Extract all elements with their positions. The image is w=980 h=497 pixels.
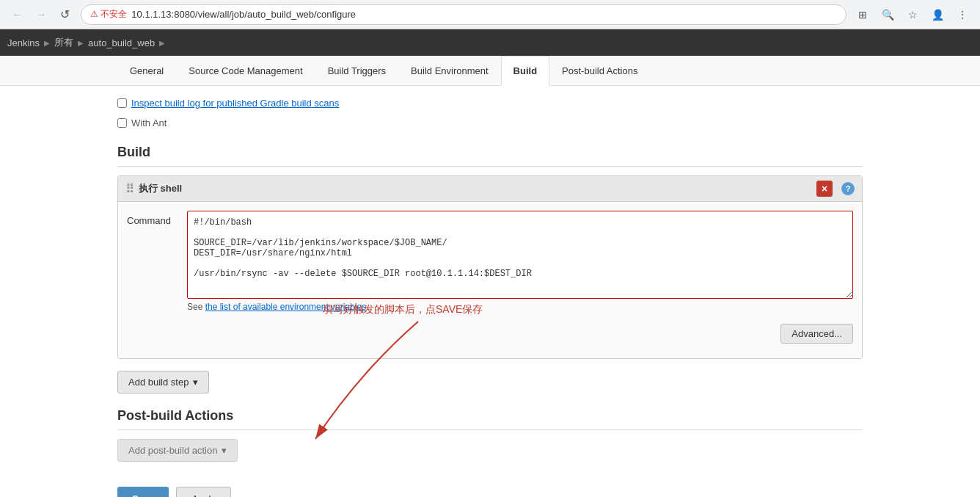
advanced-button[interactable]: Advanced... — [780, 324, 853, 344]
bookmark-button[interactable]: ☆ — [902, 4, 923, 25]
browser-chrome: ← → ↺ ⚠ 不安全 10.1.1.13:8080/view/all/job/… — [0, 0, 980, 29]
add-build-step-container: Add build step ▾ — [117, 371, 863, 393]
add-postbuild-arrow: ▾ — [222, 445, 227, 456]
browser-icons: ⊞ 🔍 ☆ 👤 ⋮ — [852, 4, 973, 25]
shell-block: ⠿ 执行 shell × ? Command #!/bin/bash SOURC… — [117, 175, 863, 359]
shell-title-text: 执行 shell — [139, 182, 182, 195]
breadcrumb-job[interactable]: auto_build_web — [88, 37, 155, 48]
reload-button[interactable]: ↺ — [54, 4, 75, 25]
shell-body: Command #!/bin/bash SOURCE_DIR=/var/lib/… — [118, 202, 862, 358]
inspect-build-row: Inspect build log for published Gradle b… — [117, 93, 863, 113]
tab-post-build[interactable]: Post-build Actions — [549, 56, 650, 86]
extensions-button[interactable]: ⊞ — [852, 4, 873, 25]
inspect-build-label: Inspect build log for published Gradle b… — [117, 98, 339, 109]
shell-header: ⠿ 执行 shell × ? — [118, 176, 862, 202]
url-text: 10.1.1.13:8080/view/all/job/auto_build_w… — [131, 9, 356, 20]
env-vars-link-row: See the list of available environment va… — [127, 299, 853, 318]
with-ant-checkbox[interactable] — [117, 118, 127, 128]
with-ant-text: With Ant — [131, 117, 167, 128]
inspect-build-text: Inspect build log for published Gradle b… — [131, 98, 339, 109]
profile-button[interactable]: 👤 — [927, 4, 948, 25]
nav-buttons: ← → ↺ — [7, 4, 75, 25]
breadcrumb-jenkins[interactable]: Jenkins — [7, 37, 40, 48]
shell-help-icon[interactable]: ? — [841, 182, 855, 195]
apply-button[interactable]: Apply — [176, 487, 231, 497]
add-postbuild-button[interactable]: Add post-build action ▾ — [117, 439, 238, 462]
with-ant-label: With Ant — [117, 117, 167, 128]
breadcrumb-sep-3: ▶ — [159, 39, 165, 47]
form-actions: Save Apply — [117, 476, 863, 497]
command-label: Command — [127, 211, 178, 226]
add-build-step-arrow: ▾ — [193, 377, 198, 388]
with-ant-row: With Ant — [117, 113, 863, 133]
add-postbuild-label: Add post-build action — [128, 445, 217, 456]
security-warning: ⚠ 不安全 — [90, 8, 127, 21]
annotation-container: Post-build Actions Add post-build action… — [117, 408, 863, 497]
tab-source-code[interactable]: Source Code Management — [176, 56, 315, 86]
postbuild-section-title: Post-build Actions — [117, 408, 863, 430]
save-button[interactable]: Save — [117, 487, 169, 497]
content-area: Inspect build log for published Gradle b… — [0, 86, 980, 497]
breadcrumb-sep-2: ▶ — [78, 39, 84, 47]
build-section-title: Build — [117, 145, 863, 167]
shell-title: ⠿ 执行 shell — [125, 182, 182, 196]
forward-button[interactable]: → — [31, 4, 51, 25]
drag-handle-icon: ⠿ — [125, 182, 134, 196]
command-row: Command #!/bin/bash SOURCE_DIR=/var/lib/… — [127, 211, 853, 299]
back-button[interactable]: ← — [7, 4, 28, 25]
add-postbuild-container: Add post-build action ▾ 填写好触发的脚本后，点SAVE保… — [117, 439, 863, 462]
tab-nav: General Source Code Management Build Tri… — [0, 56, 980, 86]
add-build-step-label: Add build step — [128, 377, 189, 388]
annotation-text: 填写好触发的脚本后，点SAVE保存 — [323, 303, 483, 316]
add-build-step-button[interactable]: Add build step ▾ — [117, 371, 209, 393]
main-content: General Source Code Management Build Tri… — [0, 56, 980, 497]
breadcrumb-sep-1: ▶ — [44, 39, 50, 47]
breadcrumb-all[interactable]: 所有 — [54, 36, 73, 49]
close-shell-button[interactable]: × — [816, 181, 833, 197]
env-vars-see-text: See — [187, 302, 205, 312]
tab-build-triggers[interactable]: Build Triggers — [315, 56, 398, 86]
tab-build-environment[interactable]: Build Environment — [398, 56, 501, 86]
address-bar[interactable]: ⚠ 不安全 10.1.1.13:8080/view/all/job/auto_b… — [81, 4, 846, 25]
tab-general[interactable]: General — [117, 56, 176, 86]
menu-button[interactable]: ⋮ — [952, 4, 973, 25]
tab-build[interactable]: Build — [501, 56, 550, 86]
advanced-row: Advanced... — [127, 318, 853, 349]
command-textarea[interactable]: #!/bin/bash SOURCE_DIR=/var/lib/jenkins/… — [187, 211, 853, 299]
inspect-build-checkbox[interactable] — [117, 98, 127, 108]
zoom-button[interactable]: 🔍 — [877, 4, 898, 25]
jenkins-header: Jenkins ▶ 所有 ▶ auto_build_web ▶ — [0, 29, 980, 56]
